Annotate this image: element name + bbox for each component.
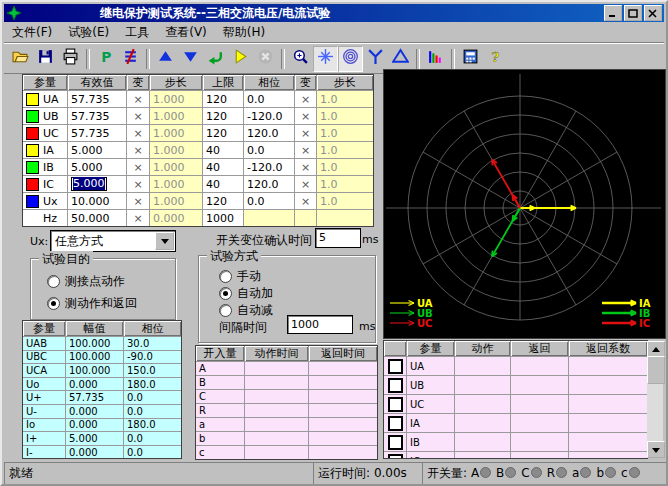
toolbar-stop-button[interactable]: [253, 46, 278, 72]
param-value-cell[interactable]: 50.000: [68, 210, 126, 226]
limit-cell[interactable]: 40: [203, 159, 243, 175]
scrollbar[interactable]: [647, 341, 663, 458]
step-cell[interactable]: 1.0: [317, 176, 373, 192]
toolbar-unbalance-button[interactable]: [118, 46, 143, 72]
phase-cell[interactable]: 0.0: [244, 142, 294, 158]
param-value-cell[interactable]: 57.735: [68, 108, 126, 124]
vary-toggle-cell[interactable]: [295, 210, 316, 226]
toolbar-start-button[interactable]: [228, 46, 253, 72]
step-cell[interactable]: 1.0: [317, 108, 373, 124]
scroll-thumb[interactable]: [647, 356, 665, 384]
step-cell[interactable]: 1.000: [150, 91, 202, 107]
phase-cell[interactable]: 0.0: [244, 193, 294, 209]
close-button[interactable]: [644, 5, 662, 21]
minimize-button[interactable]: [604, 5, 622, 21]
action-row-checkbox[interactable]: [384, 357, 406, 375]
toolbar-letter-p-button[interactable]: P: [93, 46, 118, 72]
radio-自动减[interactable]: 自动减: [219, 302, 273, 319]
toolbar-calculator-button[interactable]: [458, 46, 483, 72]
step-cell[interactable]: 1.0: [317, 125, 373, 141]
action-row-checkbox[interactable]: [384, 414, 406, 432]
phase-cell[interactable]: 120.0: [244, 176, 294, 192]
step-cell[interactable]: 1.0: [317, 91, 373, 107]
step-cell[interactable]: 1.000: [150, 108, 202, 124]
vary-toggle-cell[interactable]: ×: [295, 91, 316, 107]
menu-tools[interactable]: 工具: [117, 22, 157, 43]
phase-cell[interactable]: 120.0: [244, 125, 294, 141]
ux-mode-select[interactable]: 任意方式: [50, 230, 176, 252]
vary-toggle-cell[interactable]: ×: [295, 142, 316, 158]
limit-cell[interactable]: 40: [203, 142, 243, 158]
step-cell[interactable]: 1.000: [150, 125, 202, 141]
vary-toggle-cell[interactable]: ×: [127, 108, 149, 124]
action-row-checkbox[interactable]: [384, 376, 406, 394]
phase-cell[interactable]: -120.0: [244, 108, 294, 124]
confirm-time-input[interactable]: 5: [315, 228, 361, 248]
vary-toggle-cell[interactable]: ×: [127, 210, 149, 226]
param-value-cell[interactable]: 57.735: [68, 125, 126, 141]
action-row-checkbox[interactable]: [384, 433, 406, 451]
step-cell[interactable]: [317, 210, 373, 226]
toolbar-lower-button[interactable]: [178, 46, 203, 72]
step-cell[interactable]: 1.000: [150, 159, 202, 175]
vary-toggle-cell[interactable]: ×: [295, 159, 316, 175]
vary-toggle-cell[interactable]: ×: [127, 159, 149, 175]
radio-测接点动作[interactable]: 测接点动作: [47, 273, 125, 290]
toolbar-print-button[interactable]: [58, 46, 83, 72]
step-cell[interactable]: 1.000: [150, 142, 202, 158]
toolbar-save-button[interactable]: [33, 46, 58, 72]
scroll-down-icon[interactable]: [647, 441, 665, 458]
limit-cell[interactable]: 120: [203, 108, 243, 124]
toolbar-help-button[interactable]: ?: [483, 46, 508, 72]
limit-cell[interactable]: 120: [203, 125, 243, 141]
vary-toggle-cell[interactable]: ×: [127, 142, 149, 158]
toolbar-wye-button[interactable]: [363, 46, 388, 72]
phase-cell[interactable]: 0.0: [244, 91, 294, 107]
toolbar-rings-button[interactable]: [338, 46, 363, 72]
limit-cell[interactable]: 40: [203, 176, 243, 192]
radio-测动作和返回[interactable]: 测动作和返回: [47, 295, 137, 312]
vary-toggle-cell[interactable]: ×: [295, 176, 316, 192]
param-value-cell[interactable]: 57.735: [68, 91, 126, 107]
maximize-button[interactable]: [624, 5, 642, 21]
param-value-cell[interactable]: 5.000: [68, 159, 126, 175]
menu-test[interactable]: 试验(E): [60, 22, 117, 43]
toolbar-undo-button[interactable]: [203, 46, 228, 72]
interval-input[interactable]: 1000: [287, 315, 353, 334]
step-cell[interactable]: 1.0: [317, 142, 373, 158]
toolbar-open-folder-button[interactable]: [8, 46, 33, 72]
limit-cell[interactable]: 120: [203, 193, 243, 209]
value-edit-input[interactable]: 5.000: [71, 177, 107, 191]
param-value-cell[interactable]: 5.000: [68, 176, 126, 192]
toolbar-zoom-button[interactable]: [288, 46, 313, 72]
toolbar-delta-button[interactable]: [388, 46, 413, 72]
vary-toggle-cell[interactable]: ×: [127, 91, 149, 107]
menu-view[interactable]: 查看(V): [157, 22, 215, 43]
step-cell[interactable]: 1.0: [317, 159, 373, 175]
step-cell[interactable]: 1.000: [150, 176, 202, 192]
step-cell[interactable]: 1.0: [317, 193, 373, 209]
vary-toggle-cell[interactable]: ×: [127, 176, 149, 192]
radio-自动加[interactable]: 自动加: [219, 285, 273, 302]
toolbar-raise-button[interactable]: [153, 46, 178, 72]
limit-cell[interactable]: 120: [203, 91, 243, 107]
vary-toggle-cell[interactable]: ×: [295, 108, 316, 124]
action-row-checkbox[interactable]: [384, 395, 406, 413]
action-row-checkbox[interactable]: [384, 452, 406, 459]
vary-toggle-cell[interactable]: ×: [127, 125, 149, 141]
limit-cell[interactable]: 1000: [203, 210, 243, 226]
radio-手动[interactable]: 手动: [219, 268, 261, 285]
toolbar-axes-button[interactable]: [313, 46, 338, 72]
dropdown-arrow-icon[interactable]: [155, 232, 174, 250]
param-value-cell[interactable]: 10.000: [68, 193, 126, 209]
menu-file[interactable]: 文件(F): [4, 22, 60, 43]
vary-toggle-cell[interactable]: ×: [295, 193, 316, 209]
phase-cell[interactable]: -120.0: [244, 159, 294, 175]
menu-help[interactable]: 帮助(H): [215, 22, 273, 43]
step-cell[interactable]: 0.000: [150, 210, 202, 226]
param-value-cell[interactable]: 5.000: [68, 142, 126, 158]
toolbar-bar-chart-button[interactable]: [423, 46, 448, 72]
vary-toggle-cell[interactable]: ×: [295, 125, 316, 141]
step-cell[interactable]: 1.000: [150, 193, 202, 209]
vary-toggle-cell[interactable]: ×: [127, 193, 149, 209]
